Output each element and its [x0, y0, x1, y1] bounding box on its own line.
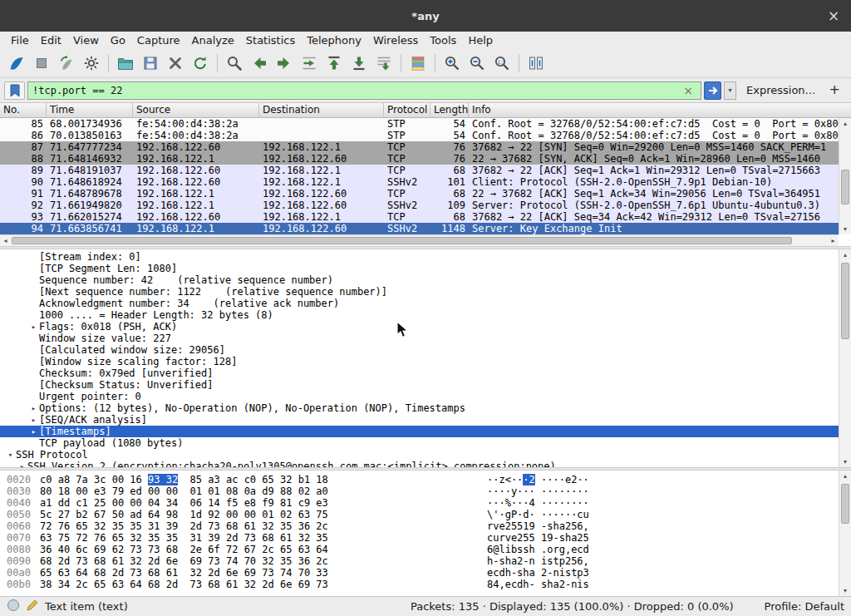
go-to-last-button[interactable]	[347, 52, 371, 75]
detail-line[interactable]: TCP payload (1080 bytes)	[0, 437, 839, 449]
profile-button[interactable]: Profile: Default	[765, 600, 844, 613]
zoom-out-button[interactable]	[465, 52, 489, 75]
packet-row[interactable]: 8871.648146932192.168.122.1192.168.122.6…	[0, 153, 839, 165]
packet-row[interactable]: 9071.648618924192.168.122.60192.168.122.…	[0, 176, 839, 188]
find-packet-button[interactable]	[222, 52, 247, 75]
go-to-packet-button[interactable]	[297, 52, 322, 75]
column-header-length[interactable]: Length	[430, 103, 469, 117]
menu-item-telephony[interactable]: Telephony	[301, 33, 367, 47]
restart-capture-button[interactable]	[54, 52, 79, 75]
scroll-right-icon[interactable]: ▸	[828, 235, 839, 246]
expand-arrow-icon[interactable]: ▸	[28, 426, 39, 437]
zoom-in-button[interactable]	[440, 52, 465, 75]
menu-item-analyze[interactable]: Analyze	[186, 33, 240, 47]
column-header-destination[interactable]: Destination	[259, 103, 384, 117]
detail-line[interactable]: 1000 .... = Header Length: 32 bytes (8)	[0, 309, 839, 321]
scroll-up-icon[interactable]: ▴	[839, 471, 851, 481]
colorize-packets-button[interactable]	[406, 52, 430, 75]
hex-row[interactable]: 003080 18 00 e3 79 ed 00 00 01 01 08 0a …	[7, 485, 839, 497]
detail-line[interactable]: [Checksum Status: Unverified]	[0, 379, 839, 391]
detail-line[interactable]: ▸[SEQ/ACK analysis]	[0, 414, 839, 426]
menu-item-wireless[interactable]: Wireless	[367, 33, 424, 47]
close-file-button[interactable]	[163, 52, 188, 75]
detail-line[interactable]: Acknowledgment number: 34 (relative ack …	[0, 298, 839, 309]
menu-item-help[interactable]: Help	[462, 33, 499, 47]
expand-arrow-icon[interactable]: ▾	[5, 449, 16, 461]
packet-row[interactable]: 9171.648789678192.168.122.1192.168.122.6…	[0, 188, 839, 200]
packet-row[interactable]: 8771.647777234192.168.122.60192.168.122.…	[0, 141, 839, 153]
go-to-first-button[interactable]	[322, 52, 347, 75]
detail-line[interactable]: [Calculated window size: 29056]	[0, 344, 839, 356]
detail-line[interactable]: Checksum: 0x79ed [unverified]	[0, 367, 839, 379]
menu-item-go[interactable]: Go	[105, 33, 131, 47]
expand-arrow-icon[interactable]: ▸	[17, 461, 27, 467]
go-back-button[interactable]	[247, 52, 272, 75]
packet-list-hscrollbar[interactable]: ◂ ▸	[0, 234, 839, 246]
menu-item-capture[interactable]: Capture	[131, 33, 186, 47]
detail-line[interactable]: Urgent pointer: 0	[0, 391, 839, 402]
detail-line[interactable]: ▸Flags: 0x018 (PSH, ACK)	[0, 321, 839, 333]
scroll-down-icon[interactable]: ▾	[839, 585, 851, 596]
reload-file-button[interactable]	[188, 52, 213, 75]
expand-arrow-icon[interactable]: ▸	[28, 414, 39, 426]
menu-item-statistics[interactable]: Statistics	[240, 33, 301, 47]
hex-row[interactable]: 007063 75 72 76 65 32 35 35 31 39 2d 73 …	[7, 532, 839, 544]
filter-dropdown-button[interactable]: ▾	[724, 81, 736, 100]
hex-row[interactable]: 009068 2d 73 68 61 32 2d 6e 69 73 74 70 …	[7, 555, 839, 567]
capture-comment-icon[interactable]	[26, 599, 39, 614]
zoom-original-button[interactable]: 1:1	[489, 52, 514, 75]
scroll-down-icon[interactable]: ▾	[839, 224, 851, 234]
packet-list-vscrollbar[interactable]: ▴ ▾	[839, 118, 851, 234]
save-file-button[interactable]	[138, 52, 163, 75]
resize-columns-button[interactable]	[524, 52, 548, 75]
hex-row[interactable]: 006072 76 65 32 35 35 31 39 2d 73 68 61 …	[7, 520, 839, 532]
detail-line[interactable]: ▸Options: (12 bytes), No-Operation (NOP)…	[0, 402, 839, 414]
hex-row[interactable]: 0040a1 dd c1 25 00 00 04 34 06 14 f5 e8 …	[7, 497, 839, 509]
detail-line[interactable]: [TCP Segment Len: 1080]	[0, 263, 839, 274]
title-bar[interactable]: *any ×	[0, 0, 851, 32]
go-forward-button[interactable]	[272, 52, 297, 75]
hex-row[interactable]: 0020c0 a8 7a 3c 00 16 93 32 85 a3 ac c0 …	[7, 474, 839, 485]
hex-row[interactable]: 00a065 63 64 68 2d 73 68 61 32 2d 6e 69 …	[7, 567, 839, 579]
scrollbar-thumb[interactable]	[841, 484, 849, 524]
scroll-up-icon[interactable]: ▴	[839, 249, 851, 260]
auto-scroll-button[interactable]	[371, 52, 396, 75]
menu-item-edit[interactable]: Edit	[35, 33, 67, 47]
packet-row[interactable]: 9471.663856741192.168.122.1192.168.122.6…	[0, 223, 839, 234]
start-capture-button[interactable]	[4, 52, 29, 75]
expand-arrow-icon[interactable]: ▸	[28, 402, 39, 414]
clear-filter-icon[interactable]: ×	[680, 82, 696, 99]
packet-row[interactable]: 8670.013850163fe:54:00:d4:38:2aSTP54Conf…	[0, 130, 839, 141]
stop-capture-button[interactable]	[29, 52, 54, 75]
filter-field[interactable]: ×	[27, 81, 701, 100]
scroll-up-icon[interactable]: ▴	[839, 118, 851, 129]
detail-line[interactable]: Sequence number: 42 (relative sequence n…	[0, 274, 839, 286]
menu-item-tools[interactable]: Tools	[424, 33, 462, 47]
detail-line[interactable]: [Stream index: 0]	[0, 251, 839, 263]
details-vscrollbar[interactable]: ▴ ▾	[839, 249, 851, 467]
scroll-left-icon[interactable]: ◂	[0, 235, 11, 246]
packet-row[interactable]: 9271.661949820192.168.122.1192.168.122.6…	[0, 200, 839, 211]
column-header-protocol[interactable]: Protocol	[384, 103, 430, 117]
capture-options-button[interactable]	[79, 52, 104, 75]
column-header-info[interactable]: Info	[469, 103, 839, 117]
detail-line[interactable]: Window size value: 227	[0, 333, 839, 344]
detail-line[interactable]: ▸SSH Version 2 (encryption:chacha20-poly…	[0, 461, 839, 467]
hex-row[interactable]: 00b038 34 2c 65 63 64 68 2d 73 68 61 32 …	[7, 579, 839, 590]
filter-input[interactable]	[32, 85, 680, 96]
column-header-no[interactable]: No.	[0, 103, 47, 117]
detail-line[interactable]: ▸[Timestamps]	[0, 426, 839, 437]
menu-item-file[interactable]: File	[5, 33, 35, 47]
hex-row[interactable]: 00505c 27 b2 67 50 ad 64 98 1d 92 00 00 …	[7, 509, 839, 520]
scroll-down-icon[interactable]: ▾	[839, 456, 851, 467]
scrollbar-thumb[interactable]	[12, 237, 792, 244]
menu-item-view[interactable]: View	[67, 33, 105, 47]
bytes-vscrollbar[interactable]: ▴ ▾	[839, 471, 851, 596]
packet-row[interactable]: 8971.648191037192.168.122.60192.168.122.…	[0, 165, 839, 176]
expand-arrow-icon[interactable]: ▸	[28, 321, 39, 333]
detail-line[interactable]: [Next sequence number: 1122 (relative se…	[0, 286, 839, 298]
filter-bookmark-button[interactable]	[4, 81, 25, 100]
hex-row[interactable]: 008036 40 6c 69 62 73 73 68 2e 6f 72 67 …	[7, 544, 839, 555]
packet-row[interactable]: 9371.662015274192.168.122.60192.168.122.…	[0, 211, 839, 223]
add-filter-button[interactable]: +	[826, 81, 847, 99]
